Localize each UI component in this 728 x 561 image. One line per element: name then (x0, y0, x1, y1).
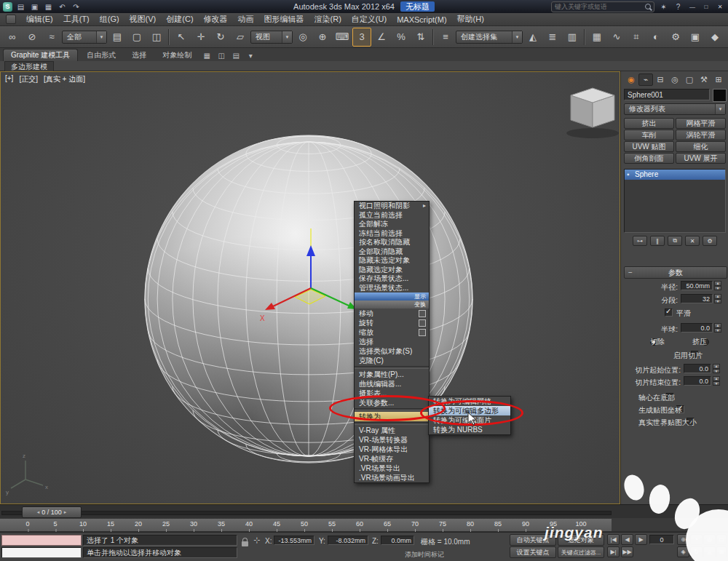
zoom-all-icon[interactable]: ◔ (690, 534, 703, 545)
select-object-icon[interactable]: ↖ (172, 28, 191, 47)
menu-customize[interactable]: 自定义(U) (352, 14, 387, 25)
window-crossing-icon[interactable]: ◫ (147, 28, 166, 47)
unlink-selection-icon[interactable]: ⊘ (23, 28, 41, 47)
submenu-item-editable-patch[interactable]: 转换为可编辑面片 (429, 415, 510, 425)
frame-number-field[interactable]: 0 (649, 535, 674, 544)
menu-help[interactable]: 帮助(H) (457, 14, 484, 25)
use-pivot-center-icon[interactable]: ◎ (293, 28, 312, 47)
modifier-button-lathe[interactable]: 车削 (624, 130, 674, 140)
percent-snap-icon[interactable]: % (392, 28, 411, 47)
quad-item-unhide-by-name[interactable]: 按名称取消隐藏 (355, 238, 429, 247)
redo-icon[interactable]: ↷ (71, 1, 82, 12)
viewport-canvas[interactable]: X Y z x y (1, 72, 620, 504)
make-unique-icon[interactable]: ⧉ (668, 236, 682, 246)
render-setup-icon[interactable]: ⚙ (666, 28, 685, 47)
quad-item-object-properties[interactable]: 对象属性(P)... (355, 370, 429, 379)
quad-item-unhide-all[interactable]: 全部取消隐藏 (355, 247, 429, 257)
modifier-button-uvw-map[interactable]: UVW 贴图 (624, 141, 674, 152)
menu-create[interactable]: 创建(C) (166, 14, 193, 25)
quad-item-unfreeze-all[interactable]: 全部解冻 (355, 220, 429, 229)
quad-item-vray-vfb[interactable]: VR-帧缓存 (355, 454, 429, 463)
ribbon-tab-graphite[interactable]: Graphite 建模工具 (3, 49, 78, 61)
pan-icon[interactable]: ◈ (677, 546, 689, 557)
segments-field[interactable]: 32 (681, 294, 713, 303)
mirror-icon[interactable]: ◭ (523, 28, 542, 47)
absolute-mode-icon[interactable]: ⊹ (253, 536, 260, 545)
settings-box-icon[interactable] (419, 310, 426, 317)
menu-edit[interactable]: 编辑(E) (26, 14, 53, 25)
viewport-menu-plus[interactable]: [+] (5, 74, 13, 84)
close-button[interactable]: ✕ (715, 2, 725, 12)
tab-more-icon[interactable]: ⊞ (711, 73, 726, 86)
quad-item-select[interactable]: 选择 (355, 337, 429, 346)
ribbon-tab-freeform[interactable]: 自由形式 (79, 49, 123, 61)
chevron-down-icon[interactable]: ▼ (96, 31, 106, 43)
quad-item-vray-mesh-export[interactable]: VR-网格体导出 (355, 445, 429, 454)
orbit-icon[interactable]: ↻ (690, 546, 703, 557)
edit-named-selections-icon[interactable]: ≡ (436, 28, 455, 47)
schematic-view-icon[interactable]: ⌗ (627, 28, 646, 47)
search-icon[interactable] (645, 4, 651, 9)
selection-lock-icon[interactable] (242, 539, 248, 548)
settings-box-icon[interactable] (419, 329, 426, 336)
viewport-view-label[interactable]: [正交] (19, 74, 38, 84)
spinner-snap-icon[interactable]: ⇅ (411, 28, 430, 47)
previous-frame-button[interactable]: ◀ (621, 534, 633, 545)
time-slider-track[interactable] (1, 511, 612, 515)
modifier-button-bevel-profile[interactable]: 倒角剖面 (624, 153, 674, 164)
configure-modifier-sets-icon[interactable]: ⚙ (703, 236, 717, 246)
new-file-icon[interactable]: ▤ (15, 1, 26, 12)
quad-item-vray-properties[interactable]: V-Ray 属性 (355, 426, 429, 435)
keyboard-override-icon[interactable]: ⌨ (333, 28, 352, 47)
align-icon[interactable]: ≣ (543, 28, 562, 47)
maximize-button[interactable]: □ (701, 2, 711, 12)
viewport-shading-label[interactable]: [真实 + 边面] (44, 74, 85, 84)
workspace-icon[interactable] (6, 15, 16, 24)
quad-item-move[interactable]: 移动 (355, 309, 429, 318)
chevron-down-icon[interactable]: ▼ (715, 104, 725, 114)
quad-item-wire-parameters[interactable]: 关联参数... (355, 398, 429, 407)
select-and-scale-icon[interactable]: ▱ (231, 28, 250, 47)
modifier-button-extrude[interactable]: 挤出 (624, 118, 674, 129)
submenu-item-editable-mesh[interactable]: 转换为可编辑网格 (429, 397, 510, 406)
chevron-down-icon[interactable]: ▼ (282, 31, 292, 43)
curve-editor-icon[interactable]: ∿ (607, 28, 626, 47)
material-editor-icon[interactable]: ◐ (646, 28, 665, 47)
menu-animation[interactable]: 动画 (238, 14, 254, 25)
go-to-start-button[interactable]: |◀ (607, 534, 620, 545)
quad-item-hide-unselected[interactable]: 隐藏未选定对象 (355, 256, 429, 266)
graphite-toggle-icon[interactable]: ▦ (587, 28, 606, 47)
quad-item-vrscene-anim-export[interactable]: .VR场景动画导出 (355, 473, 429, 482)
tab-create-icon[interactable]: ◉ (624, 73, 638, 86)
key-filters-button[interactable]: 关键点过滤器... (558, 546, 604, 558)
object-color-swatch[interactable] (713, 89, 727, 102)
hemisphere-spinner[interactable]: ▲▼ (714, 323, 721, 333)
macro-recorder-pane[interactable] (1, 535, 82, 546)
maxscript-mini-listener[interactable] (1, 547, 82, 558)
panel-tab-polygon-modeling[interactable]: 多边形建模 (4, 61, 54, 71)
chevron-down-icon[interactable]: ▼ (512, 31, 522, 43)
quad-item-vrscene-export[interactable]: .VR场景导出 (355, 463, 429, 473)
tab-utilities-icon[interactable]: ⚒ (697, 73, 711, 86)
menu-rendering[interactable]: 渲染(R) (314, 14, 341, 25)
submenu-item-nurbs[interactable]: 转换为 NURBS (429, 425, 510, 434)
help-icon[interactable]: ? (673, 1, 684, 12)
favorites-star-icon[interactable]: ✶ (658, 1, 669, 12)
ribbon-tab-object-paint[interactable]: 对象绘制 (155, 49, 199, 61)
modifier-button-tessellate[interactable]: 细化 (676, 141, 726, 152)
settings-box-icon[interactable] (419, 319, 426, 327)
time-tag[interactable]: 添加时间标记 (405, 550, 444, 560)
submenu-item-editable-poly[interactable]: 转换为可编辑多边形 (429, 406, 510, 415)
render-production-icon[interactable]: ◆ (705, 28, 724, 47)
menu-views[interactable]: 视图(V) (130, 14, 157, 25)
selection-region-icon[interactable]: ▢ (127, 28, 146, 47)
modifier-button-meshsmooth[interactable]: 网格平滑 (676, 118, 726, 129)
select-by-name-icon[interactable]: ▤ (108, 28, 127, 47)
quad-item-hide-selection[interactable]: 隐藏选定对象 (355, 266, 429, 275)
selection-filter-dropdown[interactable]: 全部▼ (62, 31, 107, 44)
object-name-field[interactable]: Sphere001 (624, 89, 710, 100)
next-frame-button[interactable]: ▶| (607, 546, 620, 557)
select-and-rotate-icon[interactable]: ↻ (211, 28, 230, 47)
menu-modifiers[interactable]: 修改器 (204, 14, 228, 25)
save-file-icon[interactable]: ▦ (43, 1, 54, 12)
